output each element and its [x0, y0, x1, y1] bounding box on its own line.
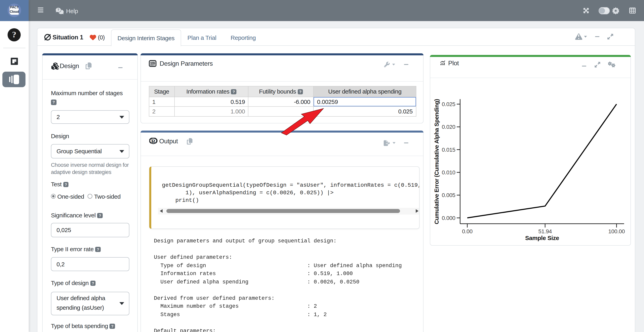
svg-text:0.015: 0.015	[442, 147, 455, 153]
svg-text:Sample Size: Sample Size	[525, 235, 559, 241]
svg-text:0.000: 0.000	[442, 215, 455, 221]
svg-text:0.025: 0.025	[442, 101, 455, 107]
svg-text:R: R	[151, 138, 156, 144]
svg-text:0.020: 0.020	[442, 124, 455, 130]
svg-text:100.00: 100.00	[608, 228, 625, 234]
svg-text:0.005: 0.005	[442, 192, 455, 198]
svg-text:0.010: 0.010	[442, 170, 455, 176]
svg-text:Cumulative Error (Cumulative A: Cumulative Error (Cumulative Alpha Spend…	[434, 99, 440, 224]
svg-text:0.00: 0.00	[462, 228, 473, 234]
svg-text:51.94: 51.94	[538, 228, 552, 234]
svg-text:?: ?	[57, 8, 59, 11]
